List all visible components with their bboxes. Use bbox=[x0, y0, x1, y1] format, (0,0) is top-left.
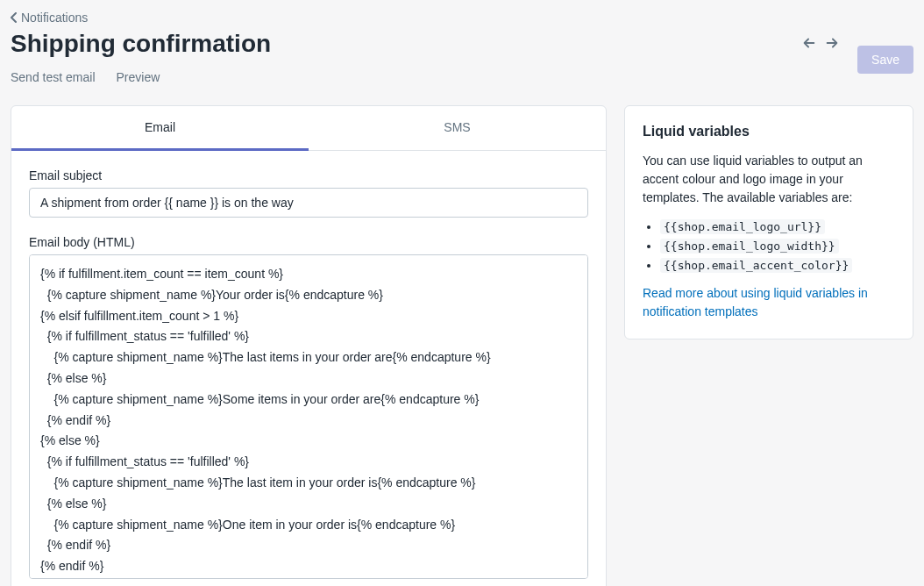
arrow-right-icon[interactable] bbox=[824, 35, 840, 51]
list-item: {{shop.email_accent_color}} bbox=[660, 258, 895, 272]
read-more-link[interactable]: Read more about using liquid variables i… bbox=[643, 286, 868, 318]
variable-list: {{shop.email_logo_url}} {{shop.email_log… bbox=[643, 219, 895, 272]
editor-card: Email SMS Email subject Email body (HTML… bbox=[11, 105, 607, 586]
preview-link[interactable]: Preview bbox=[117, 70, 160, 84]
variable-code: {{shop.email_logo_width}} bbox=[660, 239, 839, 254]
variable-code: {{shop.email_accent_color}} bbox=[660, 258, 852, 273]
sidebar-title: Liquid variables bbox=[643, 124, 895, 139]
sidebar-description: You can use liquid variables to output a… bbox=[643, 152, 895, 207]
arrow-left-icon[interactable] bbox=[801, 35, 817, 51]
chevron-left-icon bbox=[11, 12, 18, 23]
send-test-email-link[interactable]: Send test email bbox=[11, 70, 96, 84]
email-body-label: Email body (HTML) bbox=[29, 235, 588, 249]
tab-sms[interactable]: SMS bbox=[309, 106, 606, 150]
list-item: {{shop.email_logo_width}} bbox=[660, 239, 895, 253]
tabs: Email SMS bbox=[11, 106, 606, 151]
breadcrumb-label: Notifications bbox=[21, 11, 88, 25]
page-title: Shipping confirmation bbox=[11, 30, 801, 58]
variable-code: {{shop.email_logo_url}} bbox=[660, 219, 825, 234]
email-subject-label: Email subject bbox=[29, 168, 588, 182]
breadcrumb[interactable]: Notifications bbox=[11, 11, 88, 25]
save-button[interactable]: Save bbox=[857, 46, 913, 74]
tab-email[interactable]: Email bbox=[11, 106, 309, 151]
liquid-variables-card: Liquid variables You can use liquid vari… bbox=[624, 105, 913, 339]
list-item: {{shop.email_logo_url}} bbox=[660, 219, 895, 233]
email-subject-input[interactable] bbox=[29, 188, 588, 218]
email-body-textarea[interactable] bbox=[29, 254, 588, 579]
